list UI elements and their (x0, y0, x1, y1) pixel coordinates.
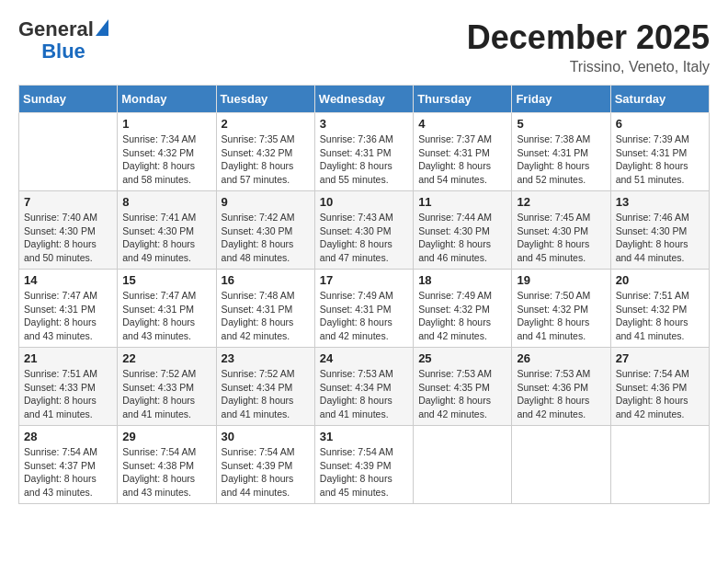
calendar-week-5: 28Sunrise: 7:54 AM Sunset: 4:37 PM Dayli… (19, 426, 710, 504)
day-info: Sunrise: 7:34 AM Sunset: 4:32 PM Dayligh… (122, 132, 210, 187)
calendar-cell: 27Sunrise: 7:54 AM Sunset: 4:36 PM Dayli… (610, 348, 709, 426)
calendar-cell (610, 426, 709, 504)
day-info: Sunrise: 7:35 AM Sunset: 4:32 PM Dayligh… (222, 132, 310, 187)
calendar-week-4: 21Sunrise: 7:51 AM Sunset: 4:33 PM Dayli… (19, 348, 710, 426)
day-info: Sunrise: 7:45 AM Sunset: 4:30 PM Dayligh… (517, 211, 605, 265)
day-number: 3 (320, 117, 408, 131)
day-info: Sunrise: 7:53 AM Sunset: 4:36 PM Dayligh… (517, 367, 605, 421)
day-number: 25 (418, 351, 506, 365)
calendar-cell: 11Sunrise: 7:44 AM Sunset: 4:30 PM Dayli… (414, 191, 512, 270)
day-number: 4 (418, 117, 506, 131)
day-number: 12 (517, 195, 605, 209)
day-info: Sunrise: 7:49 AM Sunset: 4:32 PM Dayligh… (418, 289, 506, 343)
day-number: 6 (616, 117, 704, 131)
calendar-cell: 4Sunrise: 7:37 AM Sunset: 4:31 PM Daylig… (414, 113, 512, 191)
calendar-cell: 30Sunrise: 7:54 AM Sunset: 4:39 PM Dayli… (216, 426, 314, 504)
day-info: Sunrise: 7:54 AM Sunset: 4:36 PM Dayligh… (616, 367, 704, 421)
day-info: Sunrise: 7:36 AM Sunset: 4:31 PM Dayligh… (320, 132, 408, 187)
calendar-cell: 28Sunrise: 7:54 AM Sunset: 4:37 PM Dayli… (19, 426, 118, 504)
calendar-week-1: 1Sunrise: 7:34 AM Sunset: 4:32 PM Daylig… (19, 113, 710, 191)
day-info: Sunrise: 7:53 AM Sunset: 4:34 PM Dayligh… (320, 367, 408, 421)
day-info: Sunrise: 7:54 AM Sunset: 4:39 PM Dayligh… (222, 445, 310, 500)
day-number: 26 (517, 351, 605, 365)
day-info: Sunrise: 7:47 AM Sunset: 4:31 PM Dayligh… (122, 289, 210, 343)
day-number: 18 (418, 273, 506, 287)
day-number: 8 (122, 195, 210, 209)
weekday-header-thursday: Thursday (414, 86, 512, 113)
calendar-table: SundayMondayTuesdayWednesdayThursdayFrid… (18, 85, 710, 504)
day-info: Sunrise: 7:43 AM Sunset: 4:30 PM Dayligh… (320, 211, 408, 265)
day-info: Sunrise: 7:54 AM Sunset: 4:39 PM Dayligh… (320, 445, 408, 500)
day-info: Sunrise: 7:54 AM Sunset: 4:37 PM Dayligh… (24, 445, 112, 500)
weekday-header-tuesday: Tuesday (216, 86, 314, 113)
weekday-header-saturday: Saturday (610, 86, 709, 113)
day-number: 19 (517, 273, 605, 287)
day-number: 16 (222, 273, 310, 287)
day-number: 20 (616, 273, 704, 287)
day-info: Sunrise: 7:51 AM Sunset: 4:32 PM Dayligh… (616, 289, 704, 343)
calendar-cell: 9Sunrise: 7:42 AM Sunset: 4:30 PM Daylig… (216, 191, 314, 270)
day-number: 1 (122, 117, 210, 131)
calendar-cell: 6Sunrise: 7:39 AM Sunset: 4:31 PM Daylig… (610, 113, 709, 191)
logo: General Blue (18, 18, 108, 63)
calendar-cell: 19Sunrise: 7:50 AM Sunset: 4:32 PM Dayli… (512, 270, 610, 348)
weekday-header-wednesday: Wednesday (314, 86, 413, 113)
day-number: 31 (320, 430, 408, 443)
day-info: Sunrise: 7:50 AM Sunset: 4:32 PM Dayligh… (517, 289, 605, 343)
calendar-week-3: 14Sunrise: 7:47 AM Sunset: 4:31 PM Dayli… (19, 270, 710, 348)
day-number: 5 (517, 117, 605, 131)
day-number: 10 (320, 195, 408, 209)
logo-general: General (18, 18, 94, 40)
calendar-cell: 17Sunrise: 7:49 AM Sunset: 4:31 PM Dayli… (314, 270, 413, 348)
day-number: 28 (24, 430, 112, 443)
calendar-cell: 15Sunrise: 7:47 AM Sunset: 4:31 PM Dayli… (118, 270, 216, 348)
day-info: Sunrise: 7:51 AM Sunset: 4:33 PM Dayligh… (24, 367, 112, 421)
day-number: 21 (24, 351, 112, 365)
calendar-cell: 31Sunrise: 7:54 AM Sunset: 4:39 PM Dayli… (314, 426, 413, 504)
day-number: 29 (122, 430, 210, 443)
calendar-cell: 13Sunrise: 7:46 AM Sunset: 4:30 PM Dayli… (610, 191, 709, 270)
day-number: 30 (222, 430, 310, 443)
calendar-cell: 24Sunrise: 7:53 AM Sunset: 4:34 PM Dayli… (314, 348, 413, 426)
calendar-cell: 1Sunrise: 7:34 AM Sunset: 4:32 PM Daylig… (118, 113, 216, 191)
day-info: Sunrise: 7:46 AM Sunset: 4:30 PM Dayligh… (616, 211, 704, 265)
weekday-header-friday: Friday (512, 86, 610, 113)
day-info: Sunrise: 7:40 AM Sunset: 4:30 PM Dayligh… (24, 211, 112, 265)
day-number: 24 (320, 351, 408, 365)
day-info: Sunrise: 7:38 AM Sunset: 4:31 PM Dayligh… (517, 132, 605, 187)
day-number: 13 (616, 195, 704, 209)
calendar-cell: 21Sunrise: 7:51 AM Sunset: 4:33 PM Dayli… (19, 348, 118, 426)
calendar-cell: 20Sunrise: 7:51 AM Sunset: 4:32 PM Dayli… (610, 270, 709, 348)
day-info: Sunrise: 7:47 AM Sunset: 4:31 PM Dayligh… (24, 289, 112, 343)
day-info: Sunrise: 7:48 AM Sunset: 4:31 PM Dayligh… (222, 289, 310, 343)
day-number: 17 (320, 273, 408, 287)
day-number: 27 (616, 351, 704, 365)
day-info: Sunrise: 7:44 AM Sunset: 4:30 PM Dayligh… (418, 211, 506, 265)
day-number: 11 (418, 195, 506, 209)
day-info: Sunrise: 7:37 AM Sunset: 4:31 PM Dayligh… (418, 132, 506, 187)
day-number: 7 (24, 195, 112, 209)
page-header: General Blue December 2025 Trissino, Ven… (18, 18, 710, 75)
day-info: Sunrise: 7:53 AM Sunset: 4:35 PM Dayligh… (418, 367, 506, 421)
day-info: Sunrise: 7:49 AM Sunset: 4:31 PM Dayligh… (320, 289, 408, 343)
calendar-cell: 16Sunrise: 7:48 AM Sunset: 4:31 PM Dayli… (216, 270, 314, 348)
calendar-cell: 12Sunrise: 7:45 AM Sunset: 4:30 PM Dayli… (512, 191, 610, 270)
day-info: Sunrise: 7:41 AM Sunset: 4:30 PM Dayligh… (122, 211, 210, 265)
calendar-cell: 23Sunrise: 7:52 AM Sunset: 4:34 PM Dayli… (216, 348, 314, 426)
calendar-cell: 29Sunrise: 7:54 AM Sunset: 4:38 PM Dayli… (118, 426, 216, 504)
month-title: December 2025 (467, 18, 710, 57)
calendar-cell: 18Sunrise: 7:49 AM Sunset: 4:32 PM Dayli… (414, 270, 512, 348)
calendar-cell: 2Sunrise: 7:35 AM Sunset: 4:32 PM Daylig… (216, 113, 314, 191)
calendar-week-2: 7Sunrise: 7:40 AM Sunset: 4:30 PM Daylig… (19, 191, 710, 270)
title-block: December 2025 Trissino, Veneto, Italy (467, 18, 710, 75)
day-info: Sunrise: 7:42 AM Sunset: 4:30 PM Dayligh… (222, 211, 310, 265)
location: Trissino, Veneto, Italy (467, 59, 710, 75)
logo-triangle-icon (96, 19, 108, 36)
calendar-cell: 8Sunrise: 7:41 AM Sunset: 4:30 PM Daylig… (118, 191, 216, 270)
logo-blue: Blue (41, 40, 85, 63)
weekday-header-sunday: Sunday (19, 86, 118, 113)
calendar-cell: 26Sunrise: 7:53 AM Sunset: 4:36 PM Dayli… (512, 348, 610, 426)
weekday-header-row: SundayMondayTuesdayWednesdayThursdayFrid… (19, 86, 710, 113)
calendar-cell (512, 426, 610, 504)
calendar-cell (414, 426, 512, 504)
